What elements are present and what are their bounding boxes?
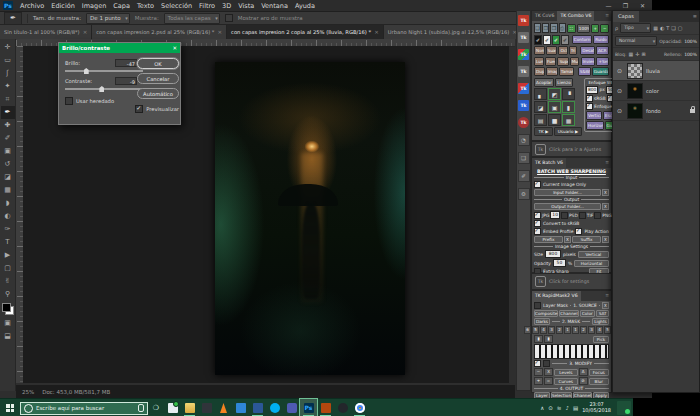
mask-level-button[interactable]: 3 [548,326,555,334]
darks-button[interactable]: Darks [534,318,550,325]
mask-level-button[interactable]: 1 [572,326,579,334]
lock-all-icon[interactable]: ⊞ [641,51,645,57]
visibility-eye-icon[interactable]: ⊙ [615,67,624,74]
lienzo-button[interactable]: Lienzo [555,78,573,87]
brush-tool[interactable]: ✐ [1,132,15,145]
taskbar-clock[interactable]: 23:07 10/05/2018 [582,402,611,414]
visibility-eye-icon[interactable]: ⊙ [615,87,624,94]
web-size-field[interactable]: 800 [586,86,598,94]
sat-button[interactable]: SAT [596,310,609,317]
healing-tool[interactable]: ✚ [1,119,15,132]
plus-button[interactable]: + [534,377,543,385]
tab-tk-combo-v6[interactable]: TK Combo V6 [557,11,594,21]
brightness-slider[interactable] [65,70,143,72]
mask-level-button[interactable]: 4 [540,326,547,334]
tif-checkbox[interactable] [579,212,586,219]
contrast-value-field[interactable]: -9 [115,77,137,85]
opacity-value[interactable]: 100% [684,39,697,44]
mask-icon[interactable]: ▖ [534,88,547,100]
show-ring-checkbox[interactable] [225,14,233,22]
crop-tool[interactable]: ⌗ [1,93,15,106]
panel-menu-icon[interactable]: ≡ [605,291,611,301]
tab-close-icon[interactable]: × [374,29,379,35]
notification-center-icon[interactable] [617,401,631,415]
hand-tool[interactable]: ✌ [1,275,15,288]
app-icon-dark[interactable] [198,399,215,416]
prefix-dropdown[interactable]: Prefix [534,236,563,243]
gradient-tool[interactable]: ▦ [1,184,15,197]
prefix-clear-button[interactable]: X [564,236,571,243]
menu-edicion[interactable]: Edición [51,2,75,10]
web-vertical-button[interactable]: Vertical [586,111,602,120]
size-field[interactable]: 800 [545,250,561,258]
color-button[interactable]: Color [580,310,596,317]
current-image-checkbox[interactable] [534,181,541,188]
tray-volume-icon[interactable]: ♪ [565,405,569,411]
invert-button[interactable]: ⊘ [579,377,588,385]
search-icon[interactable]: ρ [615,25,618,31]
opacity-field[interactable]: 50 [553,259,566,267]
equal-button[interactable]: = [544,377,553,385]
blur-button[interactable]: Blur [589,378,609,385]
pick-button[interactable]: Pick [593,336,609,343]
blur-tool[interactable]: ◗ [1,197,15,210]
filter-adjustment-icon[interactable]: ◐ [660,25,664,31]
type-tool[interactable]: T [1,236,15,249]
document-tab[interactable]: Sin título-1 al 100% (RGB/8*) × [0,25,92,39]
layer-row-lluvia[interactable]: ⊙ lluvia [613,61,699,81]
menu-ayuda[interactable]: Ayuda [295,2,315,10]
jpg-checkbox[interactable] [534,212,541,219]
filter-pixel-icon[interactable]: ▦ [653,25,658,31]
ok-button[interactable]: OK [137,58,179,69]
mask-icon[interactable]: ▮ [562,101,575,113]
document-tab[interactable]: con capas impresion 2.psd al 25% (RGB/16… [92,25,227,39]
mask-icon[interactable]: ▣ [548,101,561,113]
menu-seleccion[interactable]: Selección [161,2,192,10]
white-brush-icon[interactable]: ✐ [543,35,551,45]
fill-value[interactable]: 100% [684,52,697,57]
shape-tool[interactable]: ▢ [1,262,15,275]
zoom-out-button[interactable]: − [600,24,609,33]
eraser-tool[interactable]: ◪ [1,171,15,184]
mask-level-button[interactable]: 4 [596,326,603,334]
contrast-slider[interactable] [65,88,143,90]
move-tool[interactable]: ✛ [1,41,15,54]
save-doc-icon[interactable]: ❒ [550,23,557,33]
mask-icon[interactable]: ▦ [562,114,575,126]
mask-level-button[interactable]: 1 [564,326,571,334]
foreground-color-swatch[interactable] [2,303,11,312]
tray-people-icon[interactable]: ⊙ [548,405,553,411]
tk-panel-icon[interactable]: Tk [518,83,529,94]
history-brush-tool[interactable]: ↺ [1,158,15,171]
panel-icon-brush[interactable]: ✐ [518,170,530,182]
tk-panel-icon[interactable]: Tk [518,49,529,60]
mask-level-button[interactable]: 2 [580,326,587,334]
blend-ocl-button[interactable]: Ocl [558,46,567,55]
jpg-quality-field[interactable]: 10 [550,211,560,219]
selec-button[interactable]: +Selec [596,57,609,66]
eyedropper-tool[interactable]: ✒ [1,106,15,119]
mask-level-button[interactable]: 6 [524,326,531,334]
channel-button[interactable]: Channel [559,310,578,317]
mask-icon[interactable]: ▝ [562,88,575,100]
print-doc-icon[interactable]: ⎙ [559,23,566,33]
teams-app-icon[interactable] [283,399,300,416]
mask-icon[interactable]: ▤ [534,114,547,126]
suffix-dropdown[interactable]: Suffix [572,236,601,243]
start-button[interactable] [0,399,20,416]
layer-name[interactable]: lluvia [646,68,697,74]
psd-checkbox[interactable] [561,212,568,219]
chrome-icon[interactable] [351,399,368,416]
embed-profile-checkbox[interactable] [534,228,541,235]
desat-button[interactable]: Desat [580,46,595,55]
tray-network-icon[interactable]: ≋ [557,405,562,411]
srgb-convert-checkbox[interactable] [534,220,541,227]
suffix-clear-button[interactable]: X [602,236,609,243]
composite-button[interactable]: Composite [534,310,558,317]
vlc-icon[interactable] [215,399,232,416]
brightness-value-field[interactable]: -47 [115,59,137,67]
duplicate-doc-icon[interactable]: ❐ [542,23,549,33]
acr-button[interactable]: ACR [596,46,609,55]
layer-row-fondo[interactable]: ⊙ fondo [613,101,699,121]
filter-smart-icon[interactable]: ▢ [678,25,683,31]
